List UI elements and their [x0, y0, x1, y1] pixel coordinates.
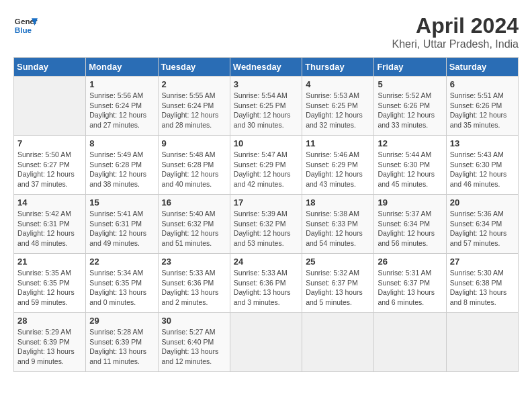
calendar-cell: 27Sunrise: 5:30 AM Sunset: 6:38 PM Dayli… [446, 254, 518, 313]
day-number: 1 [89, 79, 154, 89]
calendar-cell: 28Sunrise: 5:29 AM Sunset: 6:39 PM Dayli… [14, 313, 86, 372]
day-info: Sunrise: 5:35 AM Sunset: 6:35 PM Dayligh… [17, 268, 82, 308]
day-info: Sunrise: 5:37 AM Sunset: 6:34 PM Dayligh… [378, 209, 442, 248]
day-info: Sunrise: 5:44 AM Sunset: 6:30 PM Dayligh… [378, 150, 442, 189]
day-number: 20 [450, 197, 515, 208]
month-title: April 2024 [392, 13, 519, 38]
calendar-cell: 15Sunrise: 5:41 AM Sunset: 6:31 PM Dayli… [86, 195, 158, 254]
day-number: 3 [234, 79, 298, 89]
day-info: Sunrise: 5:49 AM Sunset: 6:28 PM Dayligh… [89, 150, 154, 189]
day-info: Sunrise: 5:42 AM Sunset: 6:31 PM Dayligh… [17, 209, 82, 248]
day-info: Sunrise: 5:51 AM Sunset: 6:26 PM Dayligh… [450, 91, 515, 130]
calendar-cell: 4Sunrise: 5:53 AM Sunset: 6:25 PM Daylig… [302, 77, 374, 136]
day-info: Sunrise: 5:29 AM Sunset: 6:39 PM Dayligh… [17, 327, 82, 367]
weekday-header-row: SundayMondayTuesdayWednesdayThursdayFrid… [14, 58, 519, 77]
day-number: 6 [450, 79, 515, 89]
calendar-cell: 13Sunrise: 5:43 AM Sunset: 6:30 PM Dayli… [446, 136, 518, 195]
weekday-header-thursday: Thursday [302, 58, 374, 77]
calendar-cell [14, 77, 86, 136]
day-info: Sunrise: 5:56 AM Sunset: 6:24 PM Dayligh… [89, 91, 154, 130]
calendar-cell: 17Sunrise: 5:39 AM Sunset: 6:32 PM Dayli… [230, 195, 302, 254]
weekday-header-monday: Monday [86, 58, 158, 77]
day-number: 7 [17, 138, 82, 148]
day-info: Sunrise: 5:40 AM Sunset: 6:32 PM Dayligh… [162, 209, 226, 248]
calendar-cell: 11Sunrise: 5:46 AM Sunset: 6:29 PM Dayli… [302, 136, 374, 195]
calendar-week-row: 28Sunrise: 5:29 AM Sunset: 6:39 PM Dayli… [14, 313, 519, 372]
calendar-cell: 6Sunrise: 5:51 AM Sunset: 6:26 PM Daylig… [446, 77, 518, 136]
calendar-cell [302, 313, 374, 372]
day-number: 9 [162, 138, 226, 148]
day-info: Sunrise: 5:43 AM Sunset: 6:30 PM Dayligh… [450, 150, 515, 189]
calendar-table: SundayMondayTuesdayWednesdayThursdayFrid… [13, 57, 519, 372]
day-number: 19 [378, 197, 442, 208]
day-number: 25 [306, 257, 370, 267]
calendar-cell: 7Sunrise: 5:50 AM Sunset: 6:27 PM Daylig… [14, 136, 86, 195]
calendar-cell: 23Sunrise: 5:33 AM Sunset: 6:36 PM Dayli… [158, 254, 230, 313]
calendar-week-row: 14Sunrise: 5:42 AM Sunset: 6:31 PM Dayli… [14, 195, 519, 254]
calendar-cell: 2Sunrise: 5:55 AM Sunset: 6:24 PM Daylig… [158, 77, 230, 136]
day-number: 18 [306, 197, 370, 208]
calendar-cell: 9Sunrise: 5:48 AM Sunset: 6:28 PM Daylig… [158, 136, 230, 195]
calendar-cell: 16Sunrise: 5:40 AM Sunset: 6:32 PM Dayli… [158, 195, 230, 254]
day-number: 4 [306, 79, 370, 89]
day-info: Sunrise: 5:52 AM Sunset: 6:26 PM Dayligh… [378, 91, 442, 130]
day-info: Sunrise: 5:55 AM Sunset: 6:24 PM Dayligh… [162, 91, 226, 130]
day-info: Sunrise: 5:32 AM Sunset: 6:37 PM Dayligh… [306, 268, 370, 308]
day-number: 2 [162, 79, 226, 89]
calendar-week-row: 21Sunrise: 5:35 AM Sunset: 6:35 PM Dayli… [14, 254, 519, 313]
logo-icon: General Blue [13, 13, 38, 38]
calendar-cell: 1Sunrise: 5:56 AM Sunset: 6:24 PM Daylig… [86, 77, 158, 136]
svg-text:Blue: Blue [15, 26, 32, 34]
day-info: Sunrise: 5:48 AM Sunset: 6:28 PM Dayligh… [162, 150, 226, 189]
day-number: 24 [234, 257, 298, 267]
day-number: 5 [378, 79, 442, 89]
logo: General Blue [13, 13, 38, 38]
calendar-cell: 19Sunrise: 5:37 AM Sunset: 6:34 PM Dayli… [374, 195, 446, 254]
day-info: Sunrise: 5:36 AM Sunset: 6:34 PM Dayligh… [450, 209, 515, 248]
day-info: Sunrise: 5:30 AM Sunset: 6:38 PM Dayligh… [450, 268, 515, 308]
day-info: Sunrise: 5:28 AM Sunset: 6:39 PM Dayligh… [89, 327, 154, 367]
day-number: 15 [89, 197, 154, 208]
day-number: 26 [378, 257, 442, 267]
day-info: Sunrise: 5:33 AM Sunset: 6:36 PM Dayligh… [234, 268, 298, 308]
day-number: 8 [89, 138, 154, 148]
title-block: April 2024 Kheri, Uttar Pradesh, India [392, 13, 519, 50]
day-info: Sunrise: 5:31 AM Sunset: 6:37 PM Dayligh… [378, 268, 442, 308]
weekday-header-sunday: Sunday [14, 58, 86, 77]
calendar-week-row: 1Sunrise: 5:56 AM Sunset: 6:24 PM Daylig… [14, 77, 519, 136]
weekday-header-friday: Friday [374, 58, 446, 77]
day-number: 29 [89, 316, 154, 326]
calendar-cell: 25Sunrise: 5:32 AM Sunset: 6:37 PM Dayli… [302, 254, 374, 313]
calendar-cell: 10Sunrise: 5:47 AM Sunset: 6:29 PM Dayli… [230, 136, 302, 195]
calendar-cell: 26Sunrise: 5:31 AM Sunset: 6:37 PM Dayli… [374, 254, 446, 313]
day-number: 22 [89, 257, 154, 267]
day-info: Sunrise: 5:41 AM Sunset: 6:31 PM Dayligh… [89, 209, 154, 248]
day-info: Sunrise: 5:34 AM Sunset: 6:35 PM Dayligh… [89, 268, 154, 308]
calendar-cell: 30Sunrise: 5:27 AM Sunset: 6:40 PM Dayli… [158, 313, 230, 372]
calendar-cell: 8Sunrise: 5:49 AM Sunset: 6:28 PM Daylig… [86, 136, 158, 195]
day-number: 11 [306, 138, 370, 148]
day-info: Sunrise: 5:50 AM Sunset: 6:27 PM Dayligh… [17, 150, 82, 189]
calendar-cell [446, 313, 518, 372]
calendar-cell [374, 313, 446, 372]
day-number: 28 [17, 316, 82, 326]
calendar-cell: 18Sunrise: 5:38 AM Sunset: 6:33 PM Dayli… [302, 195, 374, 254]
day-info: Sunrise: 5:53 AM Sunset: 6:25 PM Dayligh… [306, 91, 370, 130]
calendar-cell [230, 313, 302, 372]
day-number: 13 [450, 138, 515, 148]
day-number: 30 [162, 316, 226, 326]
day-number: 17 [234, 197, 298, 208]
weekday-header-wednesday: Wednesday [230, 58, 302, 77]
calendar-cell: 5Sunrise: 5:52 AM Sunset: 6:26 PM Daylig… [374, 77, 446, 136]
location-title: Kheri, Uttar Pradesh, India [392, 38, 519, 50]
calendar-cell: 14Sunrise: 5:42 AM Sunset: 6:31 PM Dayli… [14, 195, 86, 254]
calendar-cell: 3Sunrise: 5:54 AM Sunset: 6:25 PM Daylig… [230, 77, 302, 136]
day-info: Sunrise: 5:38 AM Sunset: 6:33 PM Dayligh… [306, 209, 370, 248]
calendar-cell: 12Sunrise: 5:44 AM Sunset: 6:30 PM Dayli… [374, 136, 446, 195]
calendar-cell: 20Sunrise: 5:36 AM Sunset: 6:34 PM Dayli… [446, 195, 518, 254]
day-info: Sunrise: 5:39 AM Sunset: 6:32 PM Dayligh… [234, 209, 298, 248]
day-number: 16 [162, 197, 226, 208]
calendar-cell: 29Sunrise: 5:28 AM Sunset: 6:39 PM Dayli… [86, 313, 158, 372]
calendar-cell: 21Sunrise: 5:35 AM Sunset: 6:35 PM Dayli… [14, 254, 86, 313]
day-info: Sunrise: 5:54 AM Sunset: 6:25 PM Dayligh… [234, 91, 298, 130]
